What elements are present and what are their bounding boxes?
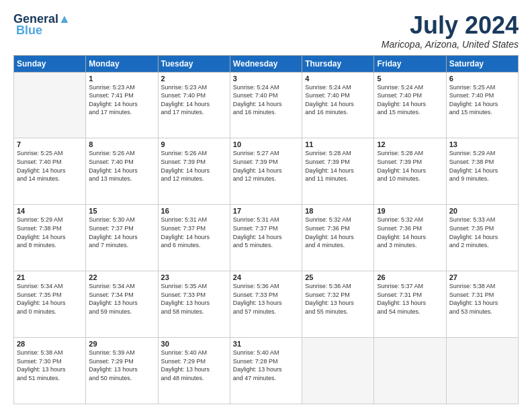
day-info: Sunrise: 5:23 AM Sunset: 7:41 PM Dayligh… bbox=[89, 83, 154, 117]
day-number: 29 bbox=[89, 340, 154, 348]
calendar-cell: 29Sunrise: 5:39 AM Sunset: 7:29 PM Dayli… bbox=[86, 338, 158, 404]
calendar-table: SundayMondayTuesdayWednesdayThursdayFrid… bbox=[13, 55, 519, 404]
day-info: Sunrise: 5:32 AM Sunset: 7:36 PM Dayligh… bbox=[305, 216, 371, 249]
day-number: 12 bbox=[377, 140, 443, 148]
calendar-cell: 21Sunrise: 5:34 AM Sunset: 7:35 PM Dayli… bbox=[14, 271, 86, 338]
calendar-cell: 8Sunrise: 5:26 AM Sunset: 7:40 PM Daylig… bbox=[86, 138, 158, 205]
day-number: 2 bbox=[161, 75, 227, 83]
day-number: 6 bbox=[449, 75, 515, 83]
calendar-cell: 28Sunrise: 5:38 AM Sunset: 7:30 PM Dayli… bbox=[14, 338, 86, 404]
month-title: July 2024 bbox=[382, 12, 519, 39]
day-info: Sunrise: 5:30 AM Sunset: 7:37 PM Dayligh… bbox=[89, 216, 154, 249]
day-info: Sunrise: 5:36 AM Sunset: 7:32 PM Dayligh… bbox=[305, 282, 371, 316]
page-header: General▲ Blue July 2024 Maricopa, Arizon… bbox=[13, 12, 519, 50]
day-number: 10 bbox=[233, 140, 299, 148]
day-info: Sunrise: 5:34 AM Sunset: 7:35 PM Dayligh… bbox=[17, 282, 83, 316]
day-number: 11 bbox=[305, 140, 371, 148]
day-info: Sunrise: 5:23 AM Sunset: 7:40 PM Dayligh… bbox=[161, 83, 227, 117]
calendar-cell: 7Sunrise: 5:25 AM Sunset: 7:40 PM Daylig… bbox=[14, 138, 86, 205]
day-info: Sunrise: 5:31 AM Sunset: 7:37 PM Dayligh… bbox=[161, 216, 227, 249]
day-info: Sunrise: 5:39 AM Sunset: 7:29 PM Dayligh… bbox=[89, 349, 154, 382]
day-info: Sunrise: 5:34 AM Sunset: 7:34 PM Dayligh… bbox=[89, 282, 154, 316]
calendar-cell: 26Sunrise: 5:37 AM Sunset: 7:31 PM Dayli… bbox=[374, 271, 446, 338]
day-info: Sunrise: 5:32 AM Sunset: 7:36 PM Dayligh… bbox=[377, 216, 443, 249]
day-info: Sunrise: 5:31 AM Sunset: 7:37 PM Dayligh… bbox=[233, 216, 299, 249]
day-number: 13 bbox=[449, 140, 515, 148]
calendar-cell: 12Sunrise: 5:28 AM Sunset: 7:39 PM Dayli… bbox=[374, 138, 446, 205]
weekday-header-tuesday: Tuesday bbox=[158, 55, 230, 72]
day-number: 8 bbox=[89, 140, 154, 148]
day-number: 28 bbox=[17, 340, 83, 348]
day-number: 1 bbox=[89, 75, 154, 83]
calendar-cell: 24Sunrise: 5:36 AM Sunset: 7:33 PM Dayli… bbox=[230, 271, 302, 338]
calendar-cell: 4Sunrise: 5:24 AM Sunset: 7:40 PM Daylig… bbox=[302, 72, 374, 138]
day-info: Sunrise: 5:38 AM Sunset: 7:31 PM Dayligh… bbox=[449, 282, 515, 316]
day-info: Sunrise: 5:33 AM Sunset: 7:35 PM Dayligh… bbox=[449, 216, 515, 249]
day-number: 4 bbox=[305, 75, 371, 83]
calendar-cell: 19Sunrise: 5:32 AM Sunset: 7:36 PM Dayli… bbox=[374, 205, 446, 271]
calendar-cell: 9Sunrise: 5:26 AM Sunset: 7:39 PM Daylig… bbox=[158, 138, 230, 205]
day-number: 17 bbox=[233, 207, 299, 215]
day-number: 5 bbox=[377, 75, 443, 83]
calendar-cell bbox=[302, 338, 374, 404]
calendar-cell: 1Sunrise: 5:23 AM Sunset: 7:41 PM Daylig… bbox=[86, 72, 158, 138]
calendar-cell bbox=[374, 338, 446, 404]
day-number: 25 bbox=[305, 273, 371, 281]
day-number: 20 bbox=[449, 207, 515, 215]
calendar-cell: 6Sunrise: 5:25 AM Sunset: 7:40 PM Daylig… bbox=[446, 72, 518, 138]
day-info: Sunrise: 5:24 AM Sunset: 7:40 PM Dayligh… bbox=[377, 83, 443, 117]
day-number: 26 bbox=[377, 273, 443, 281]
weekday-header-monday: Monday bbox=[86, 55, 158, 72]
day-number: 18 bbox=[305, 207, 371, 215]
calendar-cell: 5Sunrise: 5:24 AM Sunset: 7:40 PM Daylig… bbox=[374, 72, 446, 138]
day-info: Sunrise: 5:36 AM Sunset: 7:33 PM Dayligh… bbox=[233, 282, 299, 316]
location: Maricopa, Arizona, United States bbox=[382, 39, 519, 50]
weekday-header-wednesday: Wednesday bbox=[230, 55, 302, 72]
day-number: 16 bbox=[161, 207, 227, 215]
calendar-cell: 30Sunrise: 5:40 AM Sunset: 7:29 PM Dayli… bbox=[158, 338, 230, 404]
weekday-header-friday: Friday bbox=[374, 55, 446, 72]
day-number: 27 bbox=[449, 273, 515, 281]
calendar-cell: 31Sunrise: 5:40 AM Sunset: 7:28 PM Dayli… bbox=[230, 338, 302, 404]
calendar-cell bbox=[14, 72, 86, 138]
logo: General▲ Blue bbox=[13, 12, 71, 38]
weekday-header-thursday: Thursday bbox=[302, 55, 374, 72]
day-number: 30 bbox=[161, 340, 227, 348]
day-number: 3 bbox=[233, 75, 299, 83]
day-number: 31 bbox=[233, 340, 299, 348]
calendar-cell: 11Sunrise: 5:28 AM Sunset: 7:39 PM Dayli… bbox=[302, 138, 374, 205]
calendar-cell: 2Sunrise: 5:23 AM Sunset: 7:40 PM Daylig… bbox=[158, 72, 230, 138]
day-info: Sunrise: 5:29 AM Sunset: 7:38 PM Dayligh… bbox=[17, 216, 83, 249]
day-info: Sunrise: 5:40 AM Sunset: 7:28 PM Dayligh… bbox=[233, 349, 299, 382]
day-info: Sunrise: 5:26 AM Sunset: 7:39 PM Dayligh… bbox=[161, 149, 227, 183]
weekday-header-saturday: Saturday bbox=[446, 55, 518, 72]
day-number: 9 bbox=[161, 140, 227, 148]
calendar-cell: 13Sunrise: 5:29 AM Sunset: 7:38 PM Dayli… bbox=[446, 138, 518, 205]
day-number: 7 bbox=[17, 140, 83, 148]
day-number: 22 bbox=[89, 273, 154, 281]
calendar-cell: 18Sunrise: 5:32 AM Sunset: 7:36 PM Dayli… bbox=[302, 205, 374, 271]
calendar-cell: 23Sunrise: 5:35 AM Sunset: 7:33 PM Dayli… bbox=[158, 271, 230, 338]
title-block: July 2024 Maricopa, Arizona, United Stat… bbox=[382, 12, 519, 50]
day-info: Sunrise: 5:29 AM Sunset: 7:38 PM Dayligh… bbox=[449, 149, 515, 183]
day-number: 21 bbox=[17, 273, 83, 281]
day-info: Sunrise: 5:28 AM Sunset: 7:39 PM Dayligh… bbox=[377, 149, 443, 183]
day-info: Sunrise: 5:24 AM Sunset: 7:40 PM Dayligh… bbox=[305, 83, 371, 117]
weekday-header-sunday: Sunday bbox=[14, 55, 86, 72]
calendar-cell: 3Sunrise: 5:24 AM Sunset: 7:40 PM Daylig… bbox=[230, 72, 302, 138]
day-info: Sunrise: 5:27 AM Sunset: 7:39 PM Dayligh… bbox=[233, 149, 299, 183]
logo-blue: Blue bbox=[16, 24, 42, 38]
day-info: Sunrise: 5:37 AM Sunset: 7:31 PM Dayligh… bbox=[377, 282, 443, 316]
calendar-cell: 17Sunrise: 5:31 AM Sunset: 7:37 PM Dayli… bbox=[230, 205, 302, 271]
day-number: 14 bbox=[17, 207, 83, 215]
day-number: 24 bbox=[233, 273, 299, 281]
day-info: Sunrise: 5:28 AM Sunset: 7:39 PM Dayligh… bbox=[305, 149, 371, 183]
calendar-cell: 22Sunrise: 5:34 AM Sunset: 7:34 PM Dayli… bbox=[86, 271, 158, 338]
calendar-cell: 20Sunrise: 5:33 AM Sunset: 7:35 PM Dayli… bbox=[446, 205, 518, 271]
day-number: 23 bbox=[161, 273, 227, 281]
day-info: Sunrise: 5:25 AM Sunset: 7:40 PM Dayligh… bbox=[449, 83, 515, 117]
day-info: Sunrise: 5:25 AM Sunset: 7:40 PM Dayligh… bbox=[17, 149, 83, 183]
day-number: 19 bbox=[377, 207, 443, 215]
calendar-cell: 10Sunrise: 5:27 AM Sunset: 7:39 PM Dayli… bbox=[230, 138, 302, 205]
calendar-cell: 16Sunrise: 5:31 AM Sunset: 7:37 PM Dayli… bbox=[158, 205, 230, 271]
